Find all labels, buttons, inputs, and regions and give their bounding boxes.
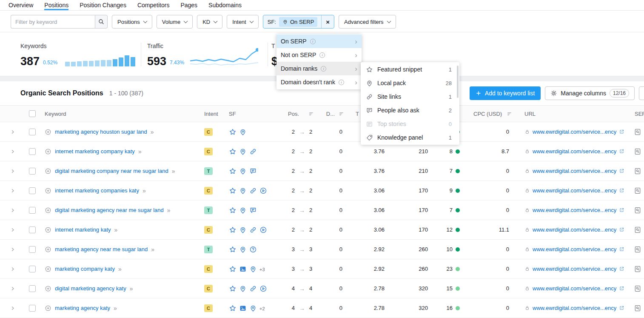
- menu-item-domain-ranks[interactable]: Domain ranksi›: [276, 62, 362, 75]
- open-serp-chevrons-icon[interactable]: »: [118, 266, 122, 272]
- keyword-link[interactable]: marketing agency near me sugar land: [55, 246, 148, 252]
- sf-chip-remove-button[interactable]: ×: [321, 15, 334, 28]
- col-header-keyword[interactable]: Keyword: [40, 111, 200, 117]
- url-link[interactable]: www.ewrdigital.com/service...ency: [533, 168, 616, 174]
- tab-pages[interactable]: Pages: [180, 2, 197, 10]
- external-link-icon[interactable]: [619, 286, 624, 291]
- table-row[interactable]: marketing agency near me sugar land » T …: [0, 240, 644, 259]
- submenu-item-top-stories[interactable]: Top stories0: [361, 117, 459, 131]
- submenu-item-local-pack[interactable]: Local pack28: [361, 76, 459, 90]
- col-header-sf[interactable]: SF: [225, 111, 283, 117]
- add-keyword-icon[interactable]: [45, 148, 51, 155]
- url-link[interactable]: www.ewrdigital.com/service...ency: [533, 187, 616, 194]
- add-keyword-icon[interactable]: [45, 129, 51, 135]
- external-link-icon[interactable]: [619, 207, 624, 213]
- select-all-checkbox[interactable]: [29, 110, 36, 117]
- serp-preview-icon[interactable]: [634, 265, 641, 273]
- keyword-link[interactable]: digital marketing agency near me sugar l…: [55, 207, 164, 213]
- menu-item-on-serp[interactable]: On SERPi›: [276, 34, 362, 48]
- submenu-scrollbar[interactable]: [457, 66, 459, 98]
- row-checkbox[interactable]: [29, 187, 36, 194]
- manage-columns-button[interactable]: Manage columns 12/16: [545, 86, 635, 100]
- row-checkbox[interactable]: [29, 285, 36, 292]
- url-link[interactable]: www.ewrdigital.com/service...ency: [533, 207, 616, 213]
- table-row[interactable]: marketing agency katy » C +2 4 → 4 0 2.7…: [0, 298, 644, 318]
- open-serp-chevrons-icon[interactable]: »: [138, 148, 142, 155]
- keyword-link[interactable]: marketing agency houston sugar land: [55, 129, 147, 135]
- serp-preview-icon[interactable]: [634, 187, 641, 195]
- serp-preview-icon[interactable]: [634, 148, 641, 155]
- add-keyword-icon[interactable]: [45, 226, 51, 233]
- keyword-link[interactable]: marketing company katy: [55, 266, 115, 272]
- url-link[interactable]: www.ewrdigital.com/service...ency: [533, 305, 616, 311]
- expand-row-chevron[interactable]: [10, 149, 15, 154]
- col-header-url[interactable]: URL: [513, 111, 625, 117]
- submenu-item-featured-snippet[interactable]: Featured snippet1: [361, 63, 459, 76]
- table-row[interactable]: marketing company katy » C +3 3 → 3 0 2.…: [0, 259, 644, 279]
- open-serp-chevrons-icon[interactable]: »: [167, 207, 171, 214]
- expand-row-chevron[interactable]: [10, 306, 15, 311]
- external-link-icon[interactable]: [619, 227, 624, 232]
- search-button[interactable]: [95, 15, 108, 29]
- url-link[interactable]: www.ewrdigital.com/service...ency: [533, 148, 616, 155]
- add-keyword-icon[interactable]: [45, 285, 51, 292]
- add-keyword-icon[interactable]: [45, 305, 51, 312]
- submenu-item-people-also-ask[interactable]: People also ask2: [361, 103, 459, 117]
- open-serp-chevrons-icon[interactable]: »: [114, 226, 118, 233]
- external-link-icon[interactable]: [619, 266, 624, 272]
- intent-filter-dropdown[interactable]: Intent: [227, 15, 259, 29]
- add-keyword-icon[interactable]: [45, 187, 51, 194]
- row-checkbox[interactable]: [29, 246, 36, 253]
- serp-preview-icon[interactable]: [634, 167, 641, 175]
- expand-row-chevron[interactable]: [10, 227, 15, 232]
- table-row[interactable]: internet marketing companies katy » C 2 …: [0, 181, 644, 201]
- sf-filter-chip[interactable]: SF: On SERP ×: [263, 15, 334, 29]
- col-header-diff[interactable]: D...: [321, 111, 347, 117]
- menu-item-not-on-serp[interactable]: Not on SERPi›: [276, 48, 362, 62]
- external-link-icon[interactable]: [619, 305, 624, 311]
- url-link[interactable]: www.ewrdigital.com/service...ency: [533, 129, 616, 135]
- sort-icon[interactable]: [308, 111, 314, 117]
- col-header-intent[interactable]: Intent: [200, 111, 225, 117]
- add-keyword-icon[interactable]: [45, 168, 51, 175]
- kd-filter-dropdown[interactable]: KD: [197, 15, 222, 29]
- sort-icon[interactable]: [507, 111, 512, 117]
- add-keyword-icon[interactable]: [45, 207, 51, 214]
- row-checkbox[interactable]: [29, 148, 36, 155]
- add-to-keyword-list-button[interactable]: Add to keyword list: [470, 86, 541, 100]
- external-link-icon[interactable]: [619, 149, 624, 154]
- expand-row-chevron[interactable]: [10, 129, 15, 135]
- external-link-icon[interactable]: [619, 129, 624, 135]
- row-checkbox[interactable]: [29, 266, 36, 272]
- expand-row-chevron[interactable]: [10, 169, 15, 174]
- open-serp-chevrons-icon[interactable]: »: [172, 168, 175, 175]
- keyword-filter-input[interactable]: [11, 15, 95, 29]
- row-checkbox[interactable]: [29, 168, 36, 175]
- volume-filter-dropdown[interactable]: Volume: [157, 15, 193, 29]
- tab-overview[interactable]: Overview: [9, 2, 33, 10]
- col-header-pos[interactable]: Pos.: [283, 111, 321, 117]
- url-link[interactable]: www.ewrdigital.com/service...ency: [533, 266, 616, 272]
- table-row[interactable]: internet marketing katy » C 2 → 2 0 3.06…: [0, 220, 644, 240]
- external-link-icon[interactable]: [619, 168, 624, 174]
- serp-preview-icon[interactable]: [634, 226, 641, 234]
- sort-icon[interactable]: [339, 111, 344, 117]
- serp-preview-icon[interactable]: [634, 246, 641, 253]
- open-serp-chevrons-icon[interactable]: »: [130, 285, 133, 292]
- table-row[interactable]: digital marketing agency katy » C 4 → 4 …: [0, 279, 644, 298]
- col-header-cpc[interactable]: CPC (USD): [462, 111, 513, 117]
- keyword-link[interactable]: internet marketing katy: [55, 226, 111, 233]
- row-checkbox[interactable]: [29, 129, 36, 135]
- submenu-item-knowledge-panel[interactable]: Knowledge panel1: [361, 131, 459, 144]
- table-row[interactable]: digital marketing agency near me sugar l…: [0, 201, 644, 220]
- row-checkbox[interactable]: [29, 305, 36, 312]
- url-link[interactable]: www.ewrdigital.com/service...ency: [533, 285, 616, 292]
- url-link[interactable]: www.ewrdigital.com/service...ency: [533, 246, 616, 252]
- row-checkbox[interactable]: [29, 226, 36, 233]
- keyword-link[interactable]: marketing agency katy: [55, 305, 110, 311]
- row-checkbox[interactable]: [29, 207, 36, 214]
- expand-row-chevron[interactable]: [10, 266, 15, 272]
- tab-subdomains[interactable]: Subdomains: [208, 2, 242, 10]
- tab-position-changes[interactable]: Position Changes: [80, 2, 126, 10]
- keyword-link[interactable]: internet marketing company katy: [55, 148, 135, 155]
